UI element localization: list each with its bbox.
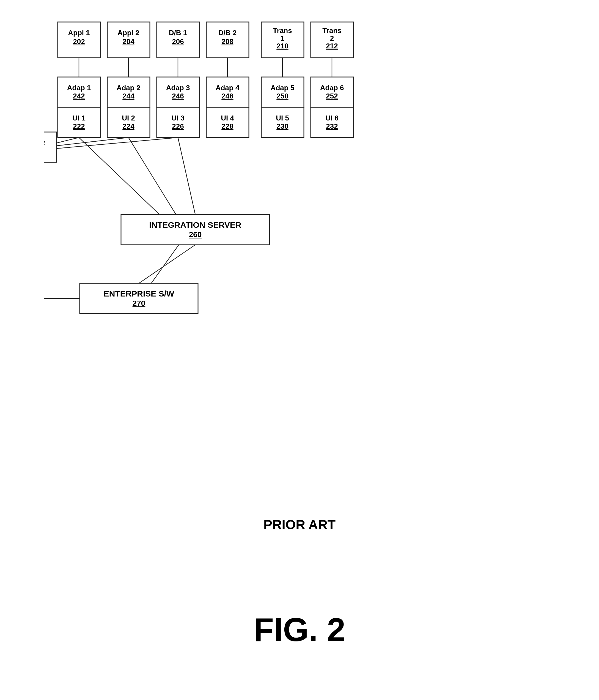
svg-text:206: 206	[172, 38, 184, 46]
diagram-container: Appl 1 202 Appl 2 204 D/B 1 206 D/B 2 20…	[44, 17, 567, 511]
svg-text:270: 270	[132, 299, 146, 307]
svg-line-77	[151, 245, 179, 283]
svg-rect-9	[206, 22, 249, 58]
svg-line-71	[56, 138, 79, 143]
svg-rect-12	[261, 22, 304, 58]
svg-text:Trans: Trans	[322, 26, 341, 35]
svg-text:Adap 6: Adap 6	[320, 84, 344, 92]
svg-rect-50	[261, 77, 304, 107]
svg-text:250: 250	[276, 92, 288, 100]
svg-rect-26	[58, 77, 100, 107]
svg-rect-41	[157, 107, 199, 138]
svg-text:UI 6: UI 6	[325, 114, 339, 122]
svg-rect-29	[58, 107, 100, 138]
svg-text:208: 208	[221, 38, 233, 46]
svg-text:Adap 1: Adap 1	[67, 84, 91, 92]
svg-rect-68	[80, 283, 198, 314]
svg-line-78	[139, 245, 195, 283]
svg-text:Adap 4: Adap 4	[216, 84, 240, 92]
svg-text:UI 3: UI 3	[171, 114, 184, 122]
svg-text:Appl 2: Appl 2	[118, 29, 139, 37]
svg-rect-38	[157, 77, 199, 107]
svg-rect-32	[107, 77, 150, 107]
svg-text:UI 2: UI 2	[122, 114, 135, 122]
svg-rect-3	[107, 22, 150, 58]
svg-line-76	[178, 138, 195, 215]
svg-rect-53	[261, 107, 304, 138]
svg-text:210: 210	[276, 42, 288, 50]
svg-text:Adap 2: Adap 2	[117, 84, 141, 92]
svg-rect-0	[58, 22, 100, 58]
svg-line-72	[56, 138, 128, 146]
svg-rect-56	[311, 77, 353, 107]
svg-line-73	[56, 138, 178, 149]
svg-text:Adap 5: Adap 5	[271, 84, 295, 92]
svg-rect-16	[311, 22, 353, 58]
svg-text:UI 4: UI 4	[221, 114, 234, 122]
svg-text:226: 226	[172, 122, 184, 130]
svg-line-75	[128, 138, 176, 215]
svg-text:224: 224	[122, 122, 134, 130]
prior-art-caption: PRIOR ART	[264, 517, 335, 532]
svg-text:UI 5: UI 5	[276, 114, 289, 122]
svg-text:202: 202	[73, 38, 85, 46]
svg-rect-6	[157, 22, 199, 58]
svg-text:2: 2	[330, 34, 334, 42]
svg-text:Trans: Trans	[273, 26, 292, 35]
svg-rect-35	[107, 107, 150, 138]
figure-label: FIG. 2	[254, 610, 345, 649]
svg-text:222: 222	[73, 122, 85, 130]
svg-text:1: 1	[280, 34, 284, 42]
svg-text:252: 252	[326, 92, 338, 100]
svg-text:212: 212	[326, 42, 338, 50]
svg-text:USER: USER	[44, 139, 45, 147]
svg-line-74	[79, 138, 159, 215]
svg-text:246: 246	[172, 92, 184, 100]
diagram-svg: Appl 1 202 Appl 2 204 D/B 1 206 D/B 2 20…	[44, 17, 567, 511]
svg-rect-47	[206, 107, 249, 138]
svg-text:INTEGRATION SERVER: INTEGRATION SERVER	[149, 220, 242, 229]
svg-text:D/B 2: D/B 2	[218, 29, 236, 37]
svg-rect-65	[121, 215, 270, 245]
svg-text:204: 204	[122, 38, 134, 46]
svg-text:248: 248	[221, 92, 233, 100]
svg-rect-59	[311, 107, 353, 138]
svg-text:Adap 3: Adap 3	[166, 84, 190, 92]
svg-text:Appl 1: Appl 1	[68, 29, 90, 37]
svg-rect-62	[44, 132, 56, 162]
svg-text:228: 228	[221, 122, 233, 130]
svg-rect-44	[206, 77, 249, 107]
svg-text:230: 230	[276, 122, 288, 130]
svg-text:UI 1: UI 1	[72, 114, 85, 122]
svg-text:D/B 1: D/B 1	[169, 29, 187, 37]
svg-text:ENTERPRISE S/W: ENTERPRISE S/W	[104, 289, 174, 298]
svg-text:232: 232	[326, 122, 338, 130]
svg-text:244: 244	[122, 92, 134, 100]
svg-text:242: 242	[73, 92, 85, 100]
svg-text:260: 260	[189, 230, 202, 239]
